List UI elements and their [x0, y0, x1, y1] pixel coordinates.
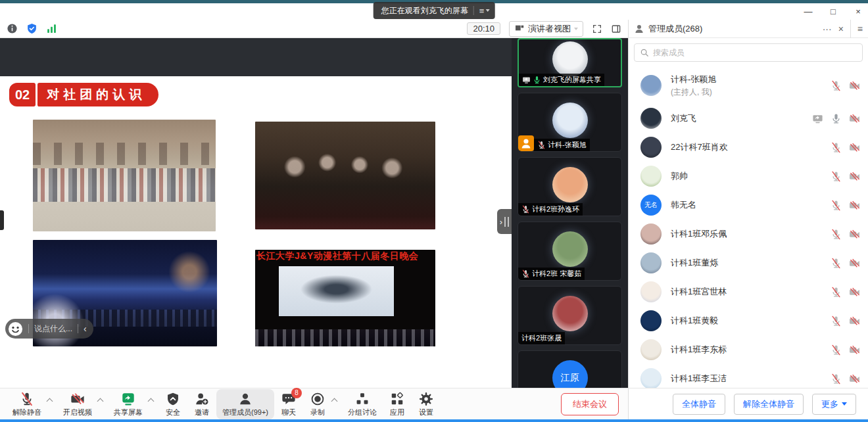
- left-panel-handle[interactable]: [0, 210, 4, 230]
- view-mode-dropdown[interactable]: 演讲者视图: [509, 21, 583, 37]
- member-row[interactable]: 刘克飞: [629, 104, 868, 133]
- camera-muted-icon[interactable]: [849, 316, 860, 327]
- mic-muted-icon[interactable]: [831, 229, 842, 240]
- member-name: 计科1班李东标: [671, 344, 727, 356]
- member-row[interactable]: 计科1班董烁: [629, 248, 868, 277]
- video-thumbnail[interactable]: 计科-张颖旭: [518, 93, 622, 152]
- member-name: 计科1班邓乐佩: [671, 228, 727, 240]
- mic-muted-icon[interactable]: [831, 373, 842, 385]
- settings-label: 设置: [419, 408, 433, 417]
- video-thumbnail[interactable]: 刘克飞的屏幕共享: [518, 38, 622, 87]
- close-button[interactable]: ×: [852, 7, 864, 16]
- camera-muted-icon[interactable]: [849, 113, 860, 124]
- video-thumbnail-strip: 刘克飞的屏幕共享计科-张颖旭计科2班孙逸环计科2班 宋馨茹计科2班张晟江原: [512, 38, 628, 388]
- banner-menu-button[interactable]: ≡: [479, 6, 490, 16]
- camera-muted-icon[interactable]: [849, 229, 860, 240]
- end-meeting-button[interactable]: 结束会议: [561, 393, 619, 415]
- emoji-smiley-icon[interactable]: [8, 321, 23, 337]
- layout-view-icon: [514, 24, 525, 34]
- chat-collapse-arrow[interactable]: ‹: [84, 323, 87, 334]
- settings-button[interactable]: 设置: [412, 389, 441, 419]
- mic-muted-icon[interactable]: [831, 287, 842, 298]
- maximize-button[interactable]: □: [827, 7, 839, 16]
- chevron-up-icon[interactable]: [148, 398, 155, 405]
- breakout-icon: [354, 391, 371, 407]
- mic-muted-icon[interactable]: [831, 200, 842, 211]
- minimize-button[interactable]: —: [802, 7, 814, 16]
- panel-menu-icon[interactable]: ≡: [857, 24, 863, 34]
- panel-close-button[interactable]: ×: [838, 24, 844, 34]
- member-avatar: [640, 339, 662, 360]
- mic-muted-icon[interactable]: [831, 142, 842, 153]
- camera-muted-icon[interactable]: [849, 171, 860, 182]
- member-row[interactable]: 计科1班李玉洁: [629, 364, 868, 388]
- camera-muted-icon[interactable]: [849, 344, 860, 356]
- panel-more-button[interactable]: ···: [823, 24, 832, 34]
- mic-muted-icon[interactable]: [831, 316, 842, 327]
- chevron-up-icon[interactable]: [97, 398, 104, 405]
- chat-button[interactable]: 8聊天: [274, 389, 303, 419]
- member-row[interactable]: 无名韩无名: [629, 191, 868, 220]
- member-row[interactable]: 计科1班黄毅: [629, 306, 868, 335]
- invite-button[interactable]: 邀请: [187, 389, 216, 419]
- member-row[interactable]: 计科1班宫世林: [629, 277, 868, 306]
- fullscreen-icon[interactable]: [592, 24, 602, 34]
- camera-muted-icon[interactable]: [849, 200, 860, 211]
- mic-muted-icon[interactable]: [831, 171, 842, 182]
- meeting-time: 20:10: [467, 22, 500, 35]
- start-video-button[interactable]: 开启视频: [57, 389, 98, 419]
- meeting-secure-shield-icon[interactable]: [26, 23, 37, 34]
- share-screen-button[interactable]: 共享屏幕: [108, 389, 149, 419]
- member-row[interactable]: 计科1班李东标: [629, 335, 868, 364]
- video-thumbnail[interactable]: 计科2班孙逸环: [518, 157, 622, 216]
- member-role-subtitle: (主持人, 我): [671, 87, 716, 98]
- network-signal-icon[interactable]: [46, 23, 57, 34]
- members-panel-footer: 全体静音解除全体静音更多: [628, 388, 868, 419]
- chat-input-placeholder[interactable]: 说点什么...: [34, 323, 72, 335]
- member-row[interactable]: 计科-张颖旭(主持人, 我): [629, 67, 868, 104]
- camera-muted-icon[interactable]: [849, 287, 860, 298]
- mic-muted-icon[interactable]: [831, 258, 842, 269]
- video-thumbnail[interactable]: 江原: [518, 350, 622, 388]
- video-strip-collapse-handle[interactable]: ›: [497, 209, 512, 234]
- camera-muted-icon[interactable]: [849, 373, 860, 385]
- mic-muted-icon[interactable]: [831, 344, 842, 356]
- apps-label: 应用: [390, 408, 404, 417]
- thumbnail-name-label: 计科2班孙逸环: [518, 203, 583, 216]
- status-toolbar: 20:10 演讲者视图: [0, 20, 628, 38]
- mic-on-icon[interactable]: [831, 113, 842, 124]
- member-row[interactable]: 计科1班邓乐佩: [629, 220, 868, 248]
- hamburger-icon: ≡: [479, 6, 485, 16]
- member-avatar: [640, 75, 662, 96]
- record-button[interactable]: 录制: [303, 389, 332, 419]
- gala-stage-floor: [255, 329, 435, 346]
- chevron-up-icon[interactable]: [47, 398, 53, 405]
- manage-members-button[interactable]: 管理成员(99+): [216, 389, 274, 419]
- apps-button[interactable]: 应用: [383, 389, 412, 419]
- slide-section-title: 02 对社团的认识: [9, 83, 158, 106]
- apps-icon: [389, 391, 406, 407]
- member-search-input[interactable]: [653, 48, 857, 57]
- breakout-button[interactable]: 分组讨论: [342, 389, 383, 419]
- member-row[interactable]: 22计科7班肖欢: [629, 133, 868, 162]
- mute-all-button[interactable]: 全体静音: [673, 394, 725, 415]
- video-thumbnail[interactable]: 计科2班 宋馨茹: [518, 222, 622, 281]
- cam-muted-icon: [69, 391, 86, 407]
- unmute-all-button[interactable]: 解除全体静音: [734, 394, 804, 415]
- gala-caption: 长江大学J&Y动漫社第十八届冬日晚会: [256, 250, 435, 262]
- member-row[interactable]: 郭帅: [629, 162, 868, 191]
- caret-down-icon: [485, 9, 489, 12]
- sidebar-toggle-icon[interactable]: [611, 24, 621, 34]
- mic-muted-icon: [537, 141, 546, 149]
- unmute-button[interactable]: 解除静音: [7, 389, 47, 419]
- more-button[interactable]: 更多: [812, 394, 856, 415]
- camera-muted-icon[interactable]: [849, 258, 860, 269]
- meeting-info-icon[interactable]: [7, 23, 18, 34]
- divider: [78, 324, 78, 333]
- video-thumbnail[interactable]: 计科2班张晟: [518, 286, 622, 345]
- security-button[interactable]: 安全: [158, 389, 187, 419]
- camera-muted-icon[interactable]: [849, 80, 860, 91]
- mic-muted-icon[interactable]: [831, 80, 842, 91]
- camera-muted-icon[interactable]: [849, 142, 860, 153]
- chevron-up-icon[interactable]: [331, 398, 338, 405]
